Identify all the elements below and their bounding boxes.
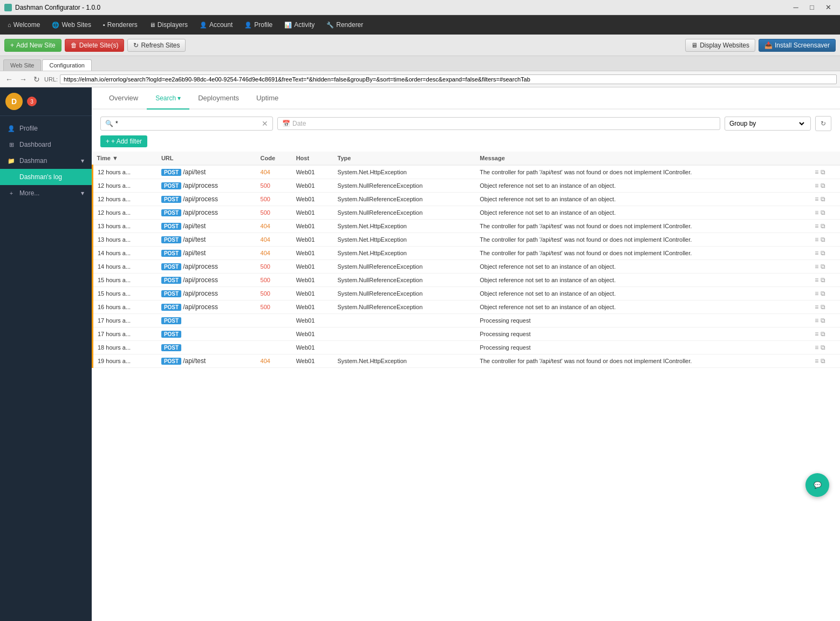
cell-type <box>333 314 476 327</box>
table-row[interactable]: 13 hours a... POST /api/test 404 Web01 S… <box>93 233 841 247</box>
table-row[interactable]: 13 hours a... POST /api/test 404 Web01 S… <box>93 220 841 233</box>
clear-search-icon[interactable]: ✕ <box>262 119 268 128</box>
cell-url: POST /api/process <box>157 193 256 206</box>
menu-icon[interactable]: ≡ <box>815 222 818 230</box>
refresh-results-button[interactable]: ↻ <box>815 116 831 131</box>
table-row[interactable]: 12 hours a... POST /api/process 500 Web0… <box>93 206 841 220</box>
table-row[interactable]: 12 hours a... POST /api/process 500 Web0… <box>93 179 841 193</box>
add-new-site-button[interactable]: + Add New Site <box>4 39 62 52</box>
table-row[interactable]: 14 hours a... POST /api/process 500 Web0… <box>93 260 841 274</box>
maximize-button[interactable]: □ <box>804 2 819 13</box>
sidebar-item-profile[interactable]: 👤 Profile <box>0 120 92 137</box>
sidebar-item-more[interactable]: + More... ▾ <box>0 185 92 201</box>
date-box[interactable]: 📅 Date <box>277 117 720 130</box>
menu-icon[interactable]: ≡ <box>815 168 818 176</box>
cell-message: The controller for path '/api/test' was … <box>475 233 810 247</box>
link-icon[interactable]: ⧉ <box>821 357 825 365</box>
sidebar-item-dashmans-log[interactable]: Dashman's log <box>0 169 92 185</box>
link-icon[interactable]: ⧉ <box>821 303 825 311</box>
refresh-sites-button[interactable]: ↻ Refresh Sites <box>127 39 186 52</box>
table-row[interactable]: 18 hours a... POST Web01 Processing requ… <box>93 341 841 354</box>
link-icon[interactable]: ⧉ <box>821 249 825 257</box>
link-icon[interactable]: ⧉ <box>821 290 825 297</box>
cell-time: 19 hours a... <box>93 354 157 368</box>
table-row[interactable]: 14 hours a... POST /api/test 404 Web01 S… <box>93 247 841 260</box>
reload-button[interactable]: ↻ <box>31 74 42 85</box>
chat-button[interactable]: 💬 <box>805 473 829 497</box>
cell-time: 13 hours a... <box>93 220 157 233</box>
menu-icon[interactable]: ≡ <box>815 249 818 257</box>
link-icon[interactable]: ⧉ <box>821 168 825 176</box>
tab-web-site[interactable]: Web Site <box>3 59 41 71</box>
link-icon[interactable]: ⧉ <box>821 195 825 203</box>
menu-account[interactable]: 👤 Account <box>194 19 238 31</box>
download-icon: 📥 <box>764 42 773 49</box>
refresh-icon: ↻ <box>133 42 139 49</box>
link-icon[interactable]: ⧉ <box>821 209 825 216</box>
search-input[interactable] <box>115 120 259 127</box>
sidebar-item-dashman[interactable]: 📁 Dashman ▾ <box>0 153 92 169</box>
delete-sites-button[interactable]: 🗑 Delete Site(s) <box>65 39 125 52</box>
forward-button[interactable]: → <box>17 74 29 85</box>
tab-configuration[interactable]: Configuration <box>42 59 91 71</box>
search-row: 🔍 ✕ 📅 Date Group by ↻ <box>100 116 831 131</box>
menu-web-sites[interactable]: 🌐 Web Sites <box>46 19 96 31</box>
menu-icon[interactable]: ≡ <box>815 290 818 297</box>
table-row[interactable]: 12 hours a... POST /api/test 404 Web01 S… <box>93 165 841 179</box>
cell-message: The controller for path '/api/test' was … <box>475 220 810 233</box>
menu-icon[interactable]: ≡ <box>815 209 818 216</box>
menu-icon[interactable]: ≡ <box>815 357 818 365</box>
install-screensaver-button[interactable]: 📥 Install Screensaver <box>759 39 836 52</box>
cell-type: System.Net.HttpException <box>333 220 476 233</box>
web-sites-icon: 🌐 <box>52 22 59 29</box>
close-button[interactable]: ✕ <box>821 2 836 13</box>
sidebar-item-dashboard[interactable]: ⊞ Dashboard <box>0 137 92 153</box>
app-tabs: Overview Search ▾ Deployments Uptime <box>92 87 840 110</box>
link-icon[interactable]: ⧉ <box>821 330 825 338</box>
menu-icon[interactable]: ≡ <box>815 330 818 338</box>
menu-renderers[interactable]: ▪ Renderers <box>98 19 143 31</box>
link-icon[interactable]: ⧉ <box>821 344 825 351</box>
table-row[interactable]: 17 hours a... POST Web01 Processing requ… <box>93 327 841 341</box>
table-row[interactable]: 16 hours a... POST /api/process 500 Web0… <box>93 301 841 314</box>
link-icon[interactable]: ⧉ <box>821 236 825 243</box>
tab-uptime[interactable]: Uptime <box>248 87 287 110</box>
menu-icon[interactable]: ≡ <box>815 276 818 284</box>
menu-icon[interactable]: ≡ <box>815 317 818 324</box>
table-row[interactable]: 12 hours a... POST /api/process 500 Web0… <box>93 193 841 206</box>
back-button[interactable]: ← <box>3 74 15 85</box>
menu-welcome[interactable]: ⌂ Welcome <box>2 19 45 31</box>
menu-icon[interactable]: ≡ <box>815 195 818 203</box>
table-row[interactable]: 15 hours a... POST /api/process 500 Web0… <box>93 287 841 301</box>
table-row[interactable]: 19 hours a... POST /api/test 404 Web01 S… <box>93 354 841 368</box>
link-icon[interactable]: ⧉ <box>821 276 825 284</box>
app-title: Dashman Configurator - 1.0.0 <box>15 4 100 11</box>
link-icon[interactable]: ⧉ <box>821 263 825 270</box>
display-websites-button[interactable]: 🖥 Display Websites <box>685 39 755 52</box>
menu-icon[interactable]: ≡ <box>815 236 818 243</box>
add-filter-button[interactable]: + + Add filter <box>100 135 147 147</box>
chevron-down-icon: ▾ <box>81 157 84 165</box>
menu-displayers[interactable]: 🖥 Displayers <box>144 19 193 31</box>
link-icon[interactable]: ⧉ <box>821 182 825 189</box>
menu-icon[interactable]: ≡ <box>815 263 818 270</box>
menu-icon[interactable]: ≡ <box>815 303 818 311</box>
link-icon[interactable]: ⧉ <box>821 222 825 230</box>
minimize-button[interactable]: ─ <box>788 2 803 13</box>
tab-search[interactable]: Search ▾ <box>147 87 189 110</box>
table-row[interactable]: 17 hours a... POST Web01 Processing requ… <box>93 314 841 327</box>
link-icon[interactable]: ⧉ <box>821 317 825 324</box>
tab-overview[interactable]: Overview <box>100 87 147 110</box>
menu-renderer[interactable]: 🔧 Renderer <box>321 19 368 31</box>
group-by-box[interactable]: Group by <box>725 117 811 131</box>
menu-activity[interactable]: 📊 Activity <box>279 19 320 31</box>
group-by-select[interactable] <box>758 119 806 128</box>
url-input[interactable] <box>60 74 837 84</box>
menu-profile[interactable]: 👤 Profile <box>239 19 278 31</box>
chat-icon: 💬 <box>814 481 822 489</box>
table-row[interactable]: 15 hours a... POST /api/process 500 Web0… <box>93 274 841 287</box>
url-path: /api/process <box>183 209 218 216</box>
menu-icon[interactable]: ≡ <box>815 182 818 189</box>
menu-icon[interactable]: ≡ <box>815 344 818 351</box>
tab-deployments[interactable]: Deployments <box>189 87 248 110</box>
